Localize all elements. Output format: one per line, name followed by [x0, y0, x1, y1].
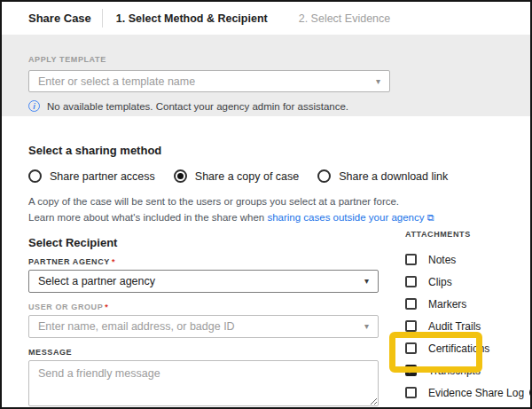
- template-info-row: i No available templates. Contact your a…: [28, 100, 530, 112]
- radio-label: Share partner access: [50, 170, 155, 183]
- radio-icon[interactable]: [28, 169, 42, 183]
- notes-checkbox[interactable]: [405, 254, 417, 265]
- method-description: A copy of the case will be sent to the u…: [28, 196, 530, 207]
- partner-agency-value: Select a partner agency: [38, 275, 155, 287]
- share-case-dialog: Share Case 1. Select Method & Recipient …: [0, 0, 532, 409]
- attachments-panel: ATTACHMENTS Notes Clips Markers Audit Tr…: [405, 224, 532, 404]
- apply-template-placeholder: Enter or select a template name: [38, 75, 195, 88]
- dialog-header: Share Case 1. Select Method & Recipient …: [2, 2, 530, 35]
- radio-share-download-link[interactable]: Share a download link: [317, 169, 448, 183]
- radio-selected-icon[interactable]: [174, 169, 187, 183]
- user-or-group-placeholder: Enter name, email address, or badge ID: [38, 320, 235, 333]
- chevron-down-icon: ▾: [364, 277, 369, 286]
- radio-label: Share a download link: [339, 170, 448, 183]
- apply-template-select[interactable]: Enter or select a template name ▾: [28, 70, 390, 92]
- tab-step-2[interactable]: 2. Select Evidence: [299, 12, 391, 25]
- attachment-row-notes[interactable]: Notes: [405, 248, 532, 271]
- clips-checkbox[interactable]: [405, 276, 417, 287]
- radio-icon[interactable]: [317, 169, 331, 183]
- learn-more-link[interactable]: sharing cases outside your agency: [267, 212, 424, 223]
- info-icon: i: [28, 100, 40, 112]
- learn-more-prefix: Learn more about what's included in the …: [28, 212, 267, 223]
- sharing-method-options: Share partner access Share a copy of cas…: [28, 169, 530, 183]
- radio-label: Share a copy of case: [195, 170, 299, 183]
- radio-share-partner-access[interactable]: Share partner access: [28, 169, 155, 183]
- certifications-checkbox[interactable]: [405, 342, 417, 354]
- chevron-down-icon: ▾: [364, 322, 369, 331]
- attachment-row-markers[interactable]: Markers: [405, 293, 532, 315]
- header-divider: [102, 9, 103, 28]
- required-asterisk: *: [112, 257, 115, 266]
- partner-agency-label-text: PARTNER AGENCY: [28, 257, 110, 266]
- markers-label: Markers: [428, 298, 466, 311]
- partner-agency-select[interactable]: Select a partner agency ▾: [28, 270, 379, 293]
- evidence-share-log-checkbox[interactable]: [405, 387, 417, 398]
- attachment-row-certifications[interactable]: Certifications: [405, 337, 532, 359]
- radio-share-copy-of-case[interactable]: Share a copy of case: [174, 169, 299, 183]
- template-info-text: No available templates. Contact your age…: [47, 101, 348, 112]
- clips-label: Clips: [428, 276, 452, 288]
- attachment-row-evidence-share-log[interactable]: Evidence Share Log ?: [405, 381, 532, 404]
- user-or-group-input[interactable]: Enter name, email address, or badge ID ▾: [28, 315, 379, 338]
- notes-label: Notes: [428, 254, 456, 266]
- user-or-group-label-text: USER OR GROUP: [28, 303, 103, 311]
- attachments-heading: ATTACHMENTS: [405, 230, 471, 239]
- attachments-list: Notes Clips Markers Audit Trails Certifi…: [405, 248, 532, 404]
- required-asterisk: *: [105, 303, 108, 311]
- sharing-method-heading: Select a sharing method: [28, 116, 530, 157]
- transcripts-label: Transcripts: [428, 365, 481, 377]
- apply-template-section: APPLY TEMPLATE Enter or select a templat…: [2, 35, 530, 116]
- evidence-share-log-label: Evidence Share Log: [428, 387, 524, 399]
- dialog-title: Share Case: [28, 12, 91, 25]
- audit-trails-checkbox[interactable]: [405, 320, 417, 332]
- external-link-icon: ⧉: [427, 212, 434, 223]
- tab-step-1[interactable]: 1. Select Method & Recipient: [116, 12, 268, 25]
- audit-trails-label: Audit Trails: [428, 320, 481, 333]
- chevron-down-icon: ▾: [376, 77, 380, 86]
- learn-more-line: Learn more about what's included in the …: [28, 212, 530, 224]
- certifications-label: Certifications: [428, 342, 489, 355]
- attachment-row-clips[interactable]: Clips: [405, 271, 532, 293]
- attachment-row-transcripts[interactable]: ✓ Transcripts: [405, 359, 532, 381]
- apply-template-label: APPLY TEMPLATE: [28, 55, 106, 64]
- markers-checkbox[interactable]: [405, 298, 417, 310]
- transcripts-checkbox-checked[interactable]: ✓: [405, 365, 417, 376]
- attachment-row-audit-trails[interactable]: Audit Trails: [405, 315, 532, 337]
- message-textarea[interactable]: [28, 360, 379, 406]
